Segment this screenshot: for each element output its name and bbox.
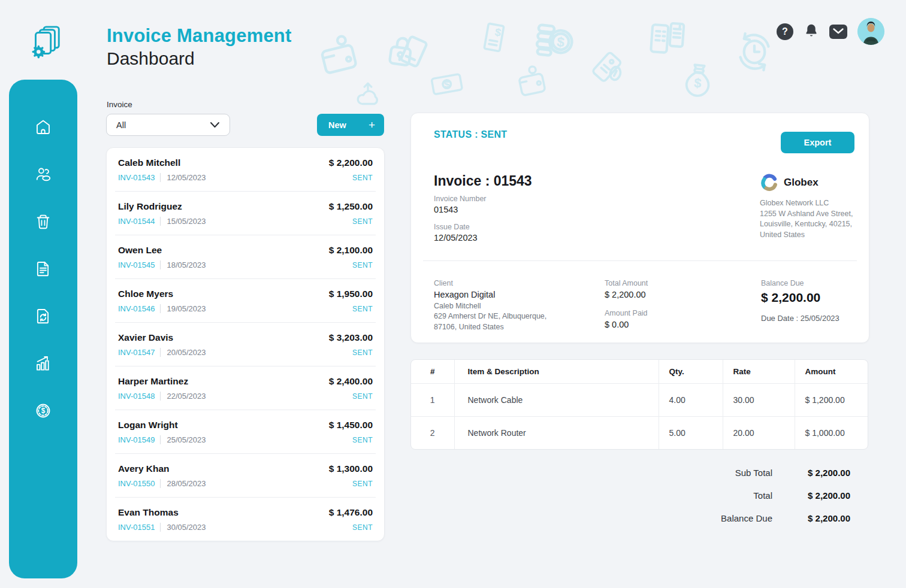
invoice-number-link[interactable]: INV-01544: [118, 217, 155, 226]
sidebar-item-trash[interactable]: [34, 213, 52, 231]
balance-due-label: Balance Due: [761, 279, 839, 287]
clock-refresh-icon: [732, 29, 777, 75]
cell-qty: 5.00: [659, 416, 723, 449]
invoice-list-item[interactable]: Evan Thomas $ 1,476.00 INV-01551 30/05/2…: [115, 498, 376, 541]
hand-cloud-icon: [351, 77, 385, 113]
invoice-number-link[interactable]: INV-01551: [118, 523, 155, 532]
help-icon[interactable]: ?: [777, 23, 793, 40]
issue-date-value: 12/05/2023: [434, 233, 478, 243]
invoice-client-name: Xavier Davis: [118, 332, 173, 343]
invoice-status-badge: SENT: [352, 480, 373, 488]
invoice-list-item[interactable]: Xavier Davis $ 3,203.00 INV-01547 20/05/…: [115, 323, 376, 366]
total-amount-value: $ 2,200.00: [605, 290, 648, 299]
chevron-down-icon: [210, 122, 220, 128]
invoice-client-name: Harper Martinez: [118, 376, 188, 387]
client-address: 629 Amherst Dr NE, Albuquerque,87106, Un…: [434, 311, 546, 332]
total-label: Sub Total: [735, 468, 772, 478]
invoice-amount: $ 2,100.00: [329, 245, 373, 256]
sidebar-item-home[interactable]: [34, 118, 52, 136]
invoice-number-link[interactable]: INV-01548: [118, 392, 155, 401]
line-items-table: # Item & Description Qty. Rate Amount 1 …: [410, 359, 868, 450]
invoice-client-name: Avery Khan: [118, 463, 170, 474]
lock-cards-icon: [380, 27, 431, 80]
invoice-list-item[interactable]: Logan Wright $ 1,450.00 INV-01549 25/05/…: [115, 410, 376, 454]
col-header-qty: Qty.: [659, 360, 723, 383]
issue-date-label: Issue Date: [434, 223, 470, 231]
invoice-filter-select[interactable]: All: [106, 114, 230, 136]
client-name: Caleb Mitchell: [434, 302, 546, 310]
client-company: Hexagon Digital: [434, 290, 546, 299]
invoice-date: 18/05/2023: [160, 260, 206, 269]
sidebar-item-document[interactable]: [34, 260, 52, 278]
invoice-client-name: Chloe Myers: [118, 289, 173, 299]
company-address-line: Globex Network LLC: [760, 198, 862, 209]
invoice-number-link[interactable]: INV-01545: [118, 260, 155, 269]
sidebar-item-document-sync[interactable]: [34, 307, 52, 325]
invoice-date: 25/05/2023: [160, 435, 206, 444]
invoice-number-label: Invoice Number: [434, 195, 487, 203]
plus-icon: +: [369, 119, 375, 132]
invoice-number-link[interactable]: INV-01549: [118, 435, 155, 444]
invoice-client-name: Owen Lee: [118, 245, 162, 256]
page-title: Invoice Management: [107, 25, 292, 47]
coins-stack-icon: $: [527, 13, 579, 67]
new-invoice-button[interactable]: New +: [317, 114, 384, 136]
invoice-number-value: 01543: [434, 205, 458, 214]
invoice-list-item[interactable]: Chloe Myers $ 1,950.00 INV-01546 19/05/2…: [115, 279, 376, 323]
total-amount-label: Total Amount: [605, 279, 648, 287]
total-label: Balance Due: [721, 513, 772, 523]
globex-logo-icon: [760, 173, 779, 192]
export-button[interactable]: Export: [781, 132, 854, 153]
col-header-item: Item & Description: [454, 360, 659, 383]
sidebar-item-dollar[interactable]: $: [34, 402, 52, 420]
svg-text:$: $: [41, 407, 46, 415]
col-header-rate: Rate: [723, 360, 795, 383]
cell-rate: 20.00: [723, 416, 795, 449]
invoice-status-badge: SENT: [352, 261, 373, 269]
company-address-line: United States: [760, 230, 862, 241]
invoice-status-badge: SENT: [352, 392, 373, 401]
client-address-line: 629 Amherst Dr NE, Albuquerque,: [434, 311, 546, 322]
total-value: $ 2,200.00: [772, 468, 850, 478]
company-address: Globex Network LLC1255 W Ashland Ave Str…: [760, 198, 862, 240]
invoice-list-item[interactable]: Avery Khan $ 1,300.00 INV-01550 28/05/20…: [115, 454, 376, 498]
total-label: Total: [753, 490, 772, 501]
cell-qty: 4.00: [659, 383, 723, 416]
wallet-icon: [511, 60, 554, 105]
invoice-status-badge: SENT: [352, 436, 373, 444]
mail-icon[interactable]: [829, 25, 847, 39]
cell-index: 1: [411, 383, 454, 416]
cell-amount: $ 1,000.00: [795, 416, 868, 449]
amount-paid-value: $ 0.00: [605, 320, 648, 329]
cell-item: Network Router: [454, 416, 659, 449]
invoice-date: 12/05/2023: [160, 173, 206, 182]
cell-index: 2: [411, 416, 454, 449]
invoice-client-name: Logan Wright: [118, 420, 178, 431]
cell-rate: 30.00: [723, 383, 795, 416]
user-avatar[interactable]: [857, 18, 884, 45]
invoice-list-item[interactable]: Harper Martinez $ 2,400.00 INV-01548 22/…: [115, 366, 376, 410]
invoice-list-item[interactable]: Owen Lee $ 2,100.00 INV-01545 18/05/2023…: [115, 235, 376, 279]
wallet-person-icon: [313, 28, 367, 84]
total-value: $ 2,200.00: [772, 490, 850, 501]
status-badge: STATUS : SENT: [434, 129, 507, 140]
new-button-label: New: [328, 120, 346, 130]
invoice-status-badge: SENT: [352, 523, 373, 532]
invoice-number-link[interactable]: INV-01546: [118, 304, 155, 313]
invoice-number-link[interactable]: INV-01550: [118, 479, 155, 488]
invoice-client-name: Evan Thomas: [118, 507, 179, 518]
invoice-client-name: Caleb Mitchell: [118, 157, 180, 168]
invoice-documents-icon: [644, 16, 688, 63]
svg-text:$: $: [693, 75, 702, 91]
invoice-number-link[interactable]: INV-01543: [118, 173, 155, 182]
invoice-list-item[interactable]: Lily Rodriguez $ 1,250.00 INV-01544 15/0…: [115, 192, 376, 235]
sidebar-item-analytics[interactable]: [34, 354, 52, 372]
invoice-amount: $ 1,450.00: [329, 420, 373, 431]
bell-icon[interactable]: [804, 22, 819, 41]
col-header-amount: Amount: [795, 360, 868, 383]
invoice-list-item[interactable]: Caleb Mitchell $ 2,200.00 INV-01543 12/0…: [115, 148, 376, 192]
invoice-amount: $ 1,250.00: [329, 201, 373, 212]
sidebar-item-users[interactable]: [34, 165, 52, 183]
invoice-number-link[interactable]: INV-01547: [118, 348, 155, 357]
due-date: Due Date : 25/05/2023: [761, 314, 839, 323]
